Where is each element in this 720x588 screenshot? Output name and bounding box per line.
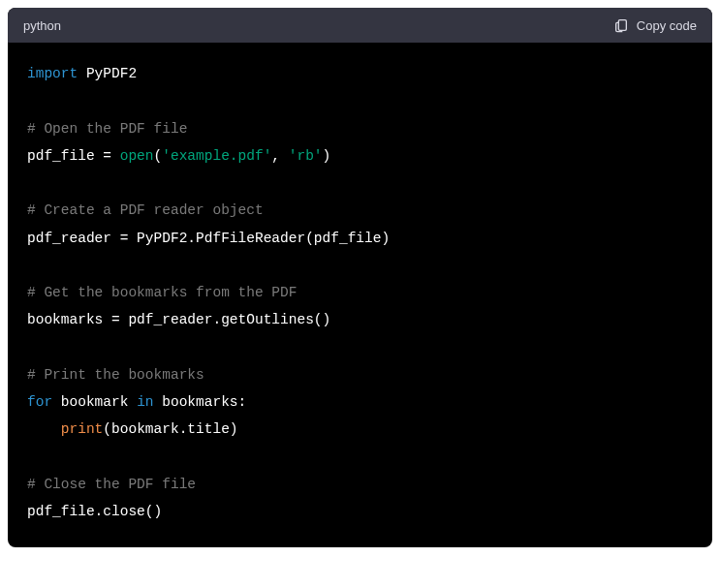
- code-token: ,: [271, 148, 288, 164]
- code-token: bookmarks:: [154, 394, 247, 410]
- code-token: pdf_file =: [27, 148, 120, 164]
- code-block: python Copy code import PyPDF2 # Open th…: [8, 8, 712, 547]
- code-token: (bookmark.title): [103, 421, 237, 437]
- code-token: bookmark: [52, 394, 137, 410]
- code-token: open: [120, 148, 154, 164]
- code-token: (: [154, 148, 163, 164]
- code-token: PyPDF2: [78, 66, 137, 81]
- code-header: python Copy code: [8, 8, 712, 43]
- code-comment: # Open the PDF file: [27, 121, 187, 137]
- code-comment: # Close the PDF file: [27, 477, 196, 492]
- code-token: 'rb': [289, 148, 323, 164]
- code-token: ): [323, 148, 331, 164]
- code-token: pdf_reader = PyPDF2.PdfFileReader(pdf_fi…: [27, 231, 390, 246]
- copy-code-button[interactable]: Copy code: [613, 17, 697, 33]
- code-token: 'example.pdf': [162, 148, 271, 164]
- code-token: print: [61, 421, 104, 437]
- code-token: import: [27, 66, 78, 81]
- language-label: python: [23, 18, 61, 33]
- code-comment: # Get the bookmarks from the PDF: [27, 285, 297, 300]
- code-token: [27, 421, 61, 437]
- clipboard-icon: [613, 17, 629, 33]
- code-content[interactable]: import PyPDF2 # Open the PDF file pdf_fi…: [8, 43, 712, 547]
- code-token: in: [137, 394, 153, 410]
- code-comment: # Create a PDF reader object: [27, 202, 264, 218]
- code-comment: # Print the bookmarks: [27, 367, 204, 383]
- copy-label: Copy code: [637, 18, 697, 33]
- svg-rect-0: [618, 20, 626, 31]
- code-token: bookmarks = pdf_reader.getOutlines(): [27, 312, 330, 327]
- code-token: for: [27, 394, 52, 410]
- code-token: pdf_file.close(): [27, 504, 162, 519]
